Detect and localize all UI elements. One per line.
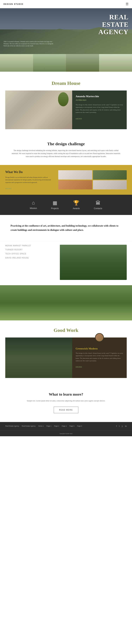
what-img-3 [58, 180, 92, 190]
gallery-img-1 [0, 54, 33, 72]
project-item-4[interactable]: DAVID-IRELAND HOUSE [5, 257, 56, 259]
awards-label: Awards [73, 207, 80, 210]
footer-link-0[interactable]: Real Estate Agency [5, 425, 19, 427]
what-image-grid [58, 170, 127, 190]
what-img-4 [93, 180, 127, 190]
plant-decoration [58, 92, 69, 106]
good-description: The design for this client's 'dream hous… [76, 352, 124, 362]
what-description: Design Studio is an architectural and ur… [5, 176, 55, 184]
design-challenge-section: The design challenge The design challeng… [0, 134, 132, 165]
footer-link-6[interactable]: Page 5 [69, 425, 74, 427]
contacts-icon: 🏛 [94, 200, 102, 206]
site-footer: Real Estate Agency Real Estate Agency Ho… [0, 422, 132, 436]
good-project-name: Greenwich Modern [76, 347, 124, 350]
gallery-img-4 [99, 54, 132, 72]
challenge-heading: The design challenge [10, 142, 122, 146]
what-read-more[interactable]: read more [5, 187, 12, 189]
footer-social: f t y in [116, 425, 127, 428]
icons-section: ⌂ Mission ▦ Projects 🏆 Awards 🏛 Contacts [0, 195, 132, 215]
awards-icon-item[interactable]: 🏆 Awards [73, 200, 80, 210]
project-item-3[interactable]: TECH OFFICE SPACE [5, 253, 56, 255]
what-img-1 [58, 170, 92, 180]
challenge-text: The design challenge involved rethinking… [10, 149, 122, 158]
projects-icon: ▦ [51, 200, 58, 206]
gallery-item-1 [0, 54, 33, 72]
linkedin-icon[interactable]: in [125, 425, 127, 428]
awards-icon: 🏆 [73, 200, 80, 206]
large-img-inner [0, 285, 132, 320]
quote-section: Practicing at the confluence of art, arc… [0, 215, 132, 241]
projects-icon-item[interactable]: ▦ Projects [51, 200, 58, 210]
mission-label: Mission [30, 207, 37, 210]
dream-house-content: Amanda Martocchio Architecture The desig… [72, 90, 127, 129]
good-work-content: Greenwich Modern The design for this cli… [72, 338, 127, 378]
project-item-1[interactable]: MERAK MARKET PARKLET [5, 245, 56, 247]
avatar [95, 333, 104, 342]
quote-text: Practicing at the confluence of art, arc… [10, 224, 122, 232]
dream-grid: Amanda Martocchio Architecture The desig… [5, 90, 127, 129]
what-text-area: What We Do Design Studio is an architect… [5, 170, 55, 190]
gallery-item-2 [33, 54, 66, 72]
projects-label: Projects [51, 207, 58, 210]
what-heading: What We Do [5, 170, 55, 174]
logo: DESIGN STUDIO [4, 3, 24, 5]
gallery-item-3 [66, 54, 99, 72]
projects-section: MERAK MARKET PARKLET TURNER RESORT TECH … [0, 241, 132, 285]
what-img-2 [93, 170, 127, 180]
footer-bottom: Sample footer text [0, 430, 132, 436]
architect-title: Architecture [76, 99, 124, 102]
gallery-img-3 [66, 54, 99, 72]
good-read-more[interactable]: read more [76, 366, 82, 368]
footer-link-2[interactable]: Home 1 [38, 425, 44, 427]
menu-icon[interactable]: ☰ [126, 2, 128, 6]
contacts-label: Contacts [94, 207, 102, 210]
site-header: DESIGN STUDIO ☰ [0, 0, 132, 8]
hero-text: REAL ESTATE AGENCY [98, 14, 128, 36]
contacts-icon-item[interactable]: 🏛 Contacts [94, 200, 102, 210]
footer-link-5[interactable]: Page 4 [62, 425, 67, 427]
good-img-inner [5, 338, 72, 378]
hero-subtitle: Villa G is located in Kaunas, Lithuania … [4, 41, 56, 47]
footer-link-4[interactable]: Page 2 [54, 425, 59, 427]
project-item-2[interactable]: TURNER RESORT [5, 249, 56, 251]
dream-house-image [5, 90, 72, 129]
read-more-button[interactable]: READ MORE [54, 407, 78, 413]
footer-main: Real Estate Agency Real Estate Agency Ho… [0, 422, 132, 430]
youtube-icon[interactable]: y [122, 425, 123, 428]
dream-read-more[interactable]: read more [76, 118, 82, 119]
footer-links: Real Estate Agency Real Estate Agency Ho… [5, 425, 82, 427]
facebook-icon[interactable]: f [116, 425, 117, 428]
good-work-section: Good Work Greenwich Modern The design fo… [0, 320, 132, 383]
large-image-section [0, 285, 132, 320]
projects-image [60, 245, 127, 280]
footer-link-1[interactable]: Real Estate Agency [22, 425, 36, 427]
hero-title: REAL ESTATE AGENCY [98, 14, 128, 36]
footer-link-3[interactable]: Page 1 [46, 425, 52, 427]
good-work-grid: Greenwich Modern The design for this cli… [5, 338, 127, 378]
gallery-img-2 [33, 54, 66, 72]
learn-heading: What to learn more? [7, 392, 125, 397]
good-work-heading: Good Work [5, 328, 127, 333]
mission-icon-item[interactable]: ⌂ Mission [30, 200, 37, 210]
good-work-image [5, 338, 72, 378]
hero-section: REAL ESTATE AGENCY Villa G is located in… [0, 8, 132, 54]
hero-gallery [0, 54, 132, 72]
dream-house-section: Dream House Amanda Martocchio Architectu… [0, 72, 132, 134]
footer-sample-text: Sample footer text [60, 433, 72, 434]
mission-icon: ⌂ [30, 200, 37, 206]
architect-name: Amanda Martocchio [76, 95, 124, 98]
what-we-do-section: What We Do Design Studio is an architect… [0, 165, 132, 195]
projects-list: MERAK MARKET PARKLET TURNER RESORT TECH … [5, 245, 56, 259]
proj-img-inner [60, 245, 127, 280]
dream-description: The design for this client's 'dream hous… [76, 104, 124, 114]
learn-more-section: What to learn more? Sample text. Lorem i… [0, 383, 132, 422]
learn-text: Sample text. Lorem ipsum dolor sit amet,… [7, 399, 125, 402]
footer-link-7[interactable]: Page 6 [77, 425, 82, 427]
twitter-icon[interactable]: t [119, 425, 120, 428]
gallery-item-4 [99, 54, 132, 72]
dream-house-heading: Dream House [5, 80, 127, 86]
